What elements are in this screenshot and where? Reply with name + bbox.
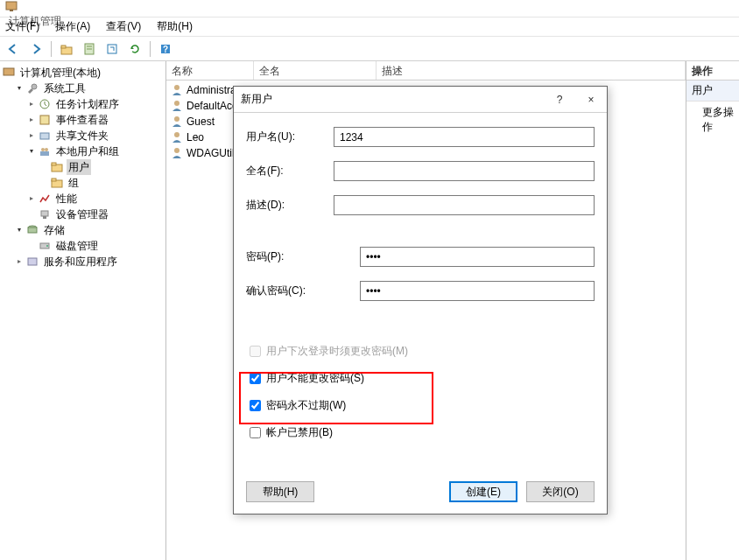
expand-icon[interactable]: ▸ bbox=[14, 256, 25, 267]
folder-icon bbox=[50, 161, 64, 173]
svg-rect-17 bbox=[40, 151, 49, 156]
menu-view[interactable]: 查看(V) bbox=[106, 19, 141, 34]
expand-icon[interactable]: ▸ bbox=[26, 99, 37, 109]
device-icon bbox=[38, 208, 52, 220]
menu-bar: 文件(F) 操作(A) 查看(V) 帮助(H) bbox=[0, 18, 739, 37]
cannot-change-checkbox[interactable] bbox=[250, 373, 261, 384]
create-button[interactable]: 创建(E) bbox=[449, 481, 517, 502]
title-bar: 计算机管理 bbox=[0, 0, 739, 18]
svg-rect-1 bbox=[10, 10, 13, 11]
svg-point-33 bbox=[174, 148, 179, 153]
tree-performance[interactable]: ▸ 性能 bbox=[26, 191, 165, 206]
username-input[interactable] bbox=[334, 127, 595, 147]
tree-groups[interactable]: 组 bbox=[39, 175, 165, 191]
svg-text:?: ? bbox=[163, 45, 168, 54]
expand-icon[interactable]: ▸ bbox=[26, 115, 37, 125]
tree-label: 性能 bbox=[54, 191, 79, 206]
dialog-title: 新用户 bbox=[241, 92, 272, 107]
svg-rect-21 bbox=[52, 178, 56, 181]
forward-button[interactable] bbox=[26, 39, 46, 59]
expand-icon[interactable]: ▸ bbox=[26, 193, 37, 204]
tree-root[interactable]: 计算机管理(本地) ▾ 系统工具 ▸ 任务计划程序 bbox=[2, 65, 165, 270]
tree-shared-folders[interactable]: ▸ 共享文件夹 bbox=[26, 128, 165, 144]
new-user-dialog: 新用户 ? × 用户名(U): 全名(F): 描述(D): 密码(P): 确认密… bbox=[233, 86, 608, 514]
tree-system-tools[interactable]: ▾ 系统工具 ▸ 任务计划程序 ▸ bbox=[14, 80, 165, 222]
expand-icon[interactable]: ▾ bbox=[14, 83, 25, 94]
tree-disk-management[interactable]: 磁盘管理 bbox=[26, 238, 165, 254]
actions-more[interactable]: 更多操作 bbox=[686, 102, 739, 138]
svg-rect-19 bbox=[52, 163, 56, 165]
tree-label: 本地用户和组 bbox=[54, 144, 121, 159]
disabled-checkbox[interactable] bbox=[250, 427, 261, 438]
user-icon bbox=[170, 146, 184, 160]
expand-icon[interactable]: ▾ bbox=[26, 146, 37, 157]
dialog-body: 用户名(U): 全名(F): 描述(D): 密码(P): 确认密码(C): 用户… bbox=[234, 113, 607, 470]
column-name[interactable]: 名称 bbox=[166, 61, 254, 80]
toolbar-separator bbox=[51, 41, 52, 57]
svg-rect-22 bbox=[41, 211, 48, 216]
back-button[interactable] bbox=[4, 39, 23, 59]
properties-button[interactable] bbox=[80, 39, 99, 59]
close-button[interactable]: 关闭(O) bbox=[526, 481, 595, 502]
expand-spacer bbox=[39, 178, 49, 188]
help-button[interactable]: 帮助(H) bbox=[246, 481, 314, 502]
svg-point-31 bbox=[174, 116, 179, 122]
tree-event-viewer[interactable]: ▸ 事件查看器 bbox=[26, 112, 165, 128]
up-button[interactable] bbox=[57, 39, 76, 59]
never-expires-checkbox[interactable] bbox=[250, 400, 261, 411]
must-change-label: 用户下次登录时须更改密码(M) bbox=[266, 344, 408, 359]
tools-icon bbox=[25, 82, 39, 94]
refresh-button[interactable] bbox=[125, 39, 144, 59]
svg-point-32 bbox=[174, 132, 179, 137]
app-icon bbox=[5, 0, 739, 12]
description-input[interactable] bbox=[334, 195, 595, 215]
tree-users[interactable]: 用户 bbox=[39, 159, 165, 175]
close-icon[interactable]: × bbox=[582, 94, 600, 106]
svg-point-11 bbox=[32, 84, 37, 89]
tree-label: 任务计划程序 bbox=[54, 96, 121, 112]
tree-storage[interactable]: ▾ 存储 磁盘管理 bbox=[14, 222, 165, 254]
svg-rect-14 bbox=[40, 133, 49, 139]
menu-action[interactable]: 操作(A) bbox=[55, 19, 90, 34]
tree-label: 用户 bbox=[67, 159, 91, 175]
performance-icon bbox=[38, 192, 52, 205]
svg-rect-0 bbox=[6, 2, 17, 10]
column-description[interactable]: 描述 bbox=[377, 61, 686, 80]
help-button[interactable]: ? bbox=[156, 39, 175, 59]
user-icon bbox=[170, 99, 184, 113]
list-header: 名称 全名 描述 bbox=[166, 61, 686, 80]
tree-device-manager[interactable]: 设备管理器 bbox=[26, 206, 165, 222]
tree-label: 磁盘管理 bbox=[54, 238, 100, 254]
must-change-checkbox-row: 用户下次登录时须更改密码(M) bbox=[246, 343, 595, 360]
dialog-footer: 帮助(H) 创建(E) 关闭(O) bbox=[234, 470, 607, 514]
users-icon bbox=[38, 145, 52, 158]
password-input[interactable] bbox=[360, 247, 595, 267]
export-button[interactable] bbox=[102, 39, 122, 59]
column-fullname[interactable]: 全名 bbox=[254, 61, 377, 80]
expand-icon[interactable]: ▸ bbox=[26, 130, 37, 141]
fullname-input[interactable] bbox=[334, 161, 595, 181]
svg-point-29 bbox=[174, 85, 179, 90]
dialog-title-bar[interactable]: 新用户 ? × bbox=[234, 87, 607, 113]
toolbar-separator bbox=[150, 41, 151, 57]
help-button[interactable]: ? bbox=[551, 94, 568, 106]
tree-local-users-groups[interactable]: ▾ 本地用户和组 用户 bbox=[26, 144, 165, 191]
confirm-input[interactable] bbox=[360, 281, 595, 301]
must-change-checkbox bbox=[250, 346, 261, 357]
tree-task-scheduler[interactable]: ▸ 任务计划程序 bbox=[26, 96, 165, 112]
tree-label: 系统工具 bbox=[42, 80, 88, 96]
menu-file[interactable]: 文件(F) bbox=[5, 19, 39, 34]
cannot-change-checkbox-row[interactable]: 用户不能更改密码(S) bbox=[246, 370, 595, 387]
disk-icon bbox=[38, 240, 52, 252]
description-label: 描述(D): bbox=[246, 198, 334, 213]
svg-point-15 bbox=[41, 148, 45, 151]
actions-sub[interactable]: 用户 bbox=[686, 80, 739, 102]
menu-help[interactable]: 帮助(H) bbox=[157, 19, 193, 34]
tree-panel: 计算机管理(本地) ▾ 系统工具 ▸ 任务计划程序 bbox=[0, 61, 166, 560]
expand-spacer bbox=[26, 241, 37, 251]
tree-services-apps[interactable]: ▸ 服务和应用程序 bbox=[14, 254, 165, 270]
tree-label: 组 bbox=[67, 175, 81, 191]
disabled-checkbox-row[interactable]: 帐户已禁用(B) bbox=[246, 424, 595, 441]
never-expires-checkbox-row[interactable]: 密码永不过期(W) bbox=[246, 397, 595, 414]
expand-icon[interactable]: ▾ bbox=[14, 225, 25, 235]
